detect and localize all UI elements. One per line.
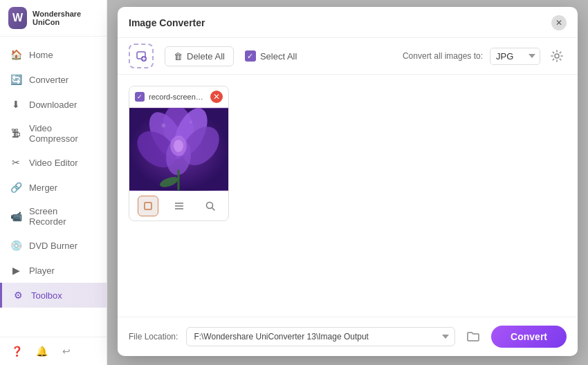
image-actions — [129, 191, 228, 221]
home-icon: 🏠 — [10, 48, 22, 61]
modal-titlebar: Image Converter ✕ — [118, 7, 578, 38]
app-name: Wondershare UniCon — [33, 10, 98, 26]
delete-all-button[interactable]: 🗑 Delete All — [165, 46, 234, 66]
crop-icon — [143, 200, 154, 212]
sidebar-item-dvd-burner[interactable]: 💿 DVD Burner — [0, 233, 107, 258]
svg-point-13 — [174, 140, 183, 152]
sidebar-item-video-editor[interactable]: ✂ Video Editor — [0, 150, 107, 175]
list-button[interactable] — [169, 196, 190, 216]
dvd-burner-icon: 💿 — [10, 239, 22, 252]
feedback-icon[interactable]: ↩ — [59, 344, 73, 358]
sidebar: W Wondershare UniCon 🏠 Home 🔄 Converter … — [0, 0, 107, 365]
settings-icon — [551, 50, 563, 62]
sidebar-item-video-compressor[interactable]: 🗜 Video Compressor — [0, 117, 107, 150]
trash-icon: 🗑 — [174, 51, 183, 62]
image-card-header: ✓ record-screen22.JPG ✕ — [129, 86, 228, 108]
format-settings-button[interactable] — [547, 46, 567, 66]
image-checkbox[interactable]: ✓ — [135, 92, 145, 102]
player-icon: ▶ — [10, 264, 22, 277]
zoom-button[interactable] — [200, 196, 221, 216]
converter-icon: 🔄 — [10, 73, 22, 86]
folder-icon — [467, 331, 479, 342]
sidebar-label-toolbox: Toolbox — [31, 290, 62, 301]
flower-image — [129, 108, 228, 191]
sidebar-label-video-editor: Video Editor — [29, 158, 78, 168]
file-location-label: File Location: — [129, 332, 178, 341]
modal-content: ✓ record-screen22.JPG ✕ — [118, 75, 578, 317]
sidebar-label-video-compressor: Video Compressor — [29, 123, 97, 144]
sidebar-footer: ❓ 🔔 ↩ — [0, 337, 107, 365]
sidebar-label-downloader: Downloader — [29, 100, 77, 110]
sidebar-label-merger: Merger — [29, 182, 57, 193]
sidebar-label-screen-recorder: Screen Recorder — [29, 206, 97, 227]
add-image-button[interactable] — [129, 44, 154, 68]
sidebar-label-home: Home — [29, 50, 53, 60]
image-filename: record-screen22.JPG — [149, 93, 206, 101]
sidebar-item-downloader[interactable]: ⬇ Downloader — [0, 92, 107, 117]
format-select[interactable]: JPG PNG BMP TIFF WEBP GIF — [490, 48, 540, 65]
sidebar-item-merger[interactable]: 🔗 Merger — [0, 175, 107, 200]
zoom-icon — [205, 200, 216, 212]
svg-line-23 — [212, 208, 214, 211]
crop-button[interactable] — [138, 196, 158, 216]
video-compressor-icon: 🗜 — [10, 127, 22, 140]
sidebar-item-home[interactable]: 🏠 Home — [0, 42, 107, 67]
svg-rect-18 — [145, 203, 151, 209]
sidebar-label-dvd-burner: DVD Burner — [29, 241, 77, 251]
merger-icon: 🔗 — [10, 181, 22, 194]
modal-title: Image Converter — [129, 17, 205, 28]
add-icon — [136, 50, 147, 62]
sidebar-label-player: Player — [29, 265, 55, 276]
modal-close-button[interactable]: ✕ — [551, 15, 567, 30]
file-location-select[interactable]: F:\Wondershare UniConverter 13\Image Out… — [186, 327, 455, 346]
convert-label: Convert — [511, 331, 547, 342]
svg-point-4 — [555, 54, 559, 58]
svg-point-17 — [190, 121, 192, 124]
select-all-checkbox-label[interactable]: ✓ Select All — [245, 50, 297, 62]
sidebar-item-converter[interactable]: 🔄 Converter — [0, 67, 107, 92]
sidebar-item-toolbox[interactable]: ⚙ Toolbox — [0, 283, 107, 308]
app-logo: W — [8, 7, 27, 29]
image-remove-button[interactable]: ✕ — [210, 91, 223, 103]
svg-point-16 — [161, 124, 165, 128]
image-thumbnail — [129, 108, 228, 191]
toolbar-right: Convert all images to: JPG PNG BMP TIFF … — [403, 46, 567, 66]
screen-recorder-icon: 📹 — [10, 210, 22, 223]
sidebar-nav: 🏠 Home 🔄 Converter ⬇ Downloader 🗜 Video … — [0, 37, 107, 337]
sidebar-header: W Wondershare UniCon — [0, 0, 107, 37]
browse-folder-button[interactable] — [463, 327, 483, 346]
list-icon — [174, 201, 185, 211]
modal-toolbar: 🗑 Delete All ✓ Select All Convert all im… — [118, 38, 578, 75]
downloader-icon: ⬇ — [10, 98, 22, 111]
image-card: ✓ record-screen22.JPG ✕ — [129, 86, 229, 221]
delete-all-label: Delete All — [187, 51, 225, 62]
convert-all-label: Convert all images to: — [403, 51, 483, 61]
image-converter-modal: Image Converter ✕ 🗑 Delete All — [118, 7, 578, 356]
modal-overlay: Image Converter ✕ 🗑 Delete All — [107, 0, 588, 365]
convert-button[interactable]: Convert — [491, 326, 567, 348]
sidebar-item-screen-recorder[interactable]: 📹 Screen Recorder — [0, 200, 107, 233]
toolbox-icon: ⚙ — [12, 289, 24, 301]
modal-footer: File Location: F:\Wondershare UniConvert… — [118, 317, 578, 356]
notification-icon[interactable]: 🔔 — [35, 344, 48, 358]
select-all-label: Select All — [260, 51, 297, 62]
select-all-checkbox[interactable]: ✓ — [245, 50, 256, 62]
sidebar-label-converter: Converter — [29, 75, 68, 85]
video-editor-icon: ✂ — [10, 156, 22, 169]
help-icon[interactable]: ❓ — [10, 344, 24, 358]
main-area: Image Converter ✕ 🗑 Delete All — [107, 0, 588, 365]
sidebar-item-player[interactable]: ▶ Player — [0, 258, 107, 283]
